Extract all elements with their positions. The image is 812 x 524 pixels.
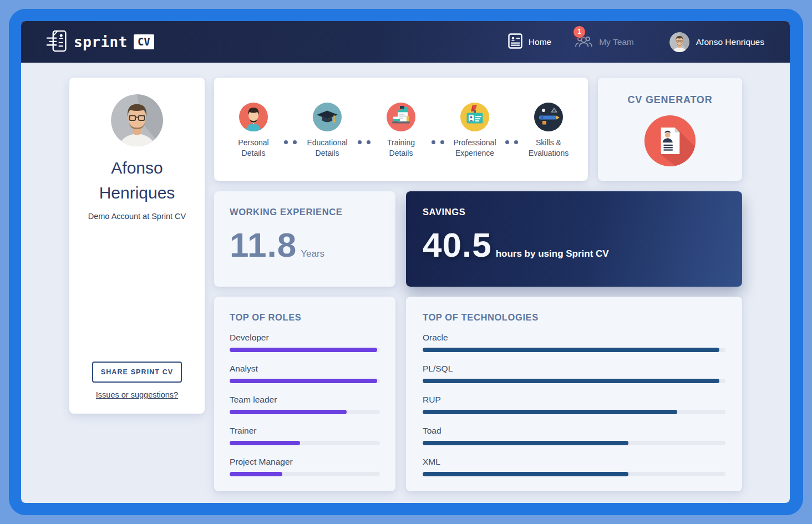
progress-track xyxy=(230,472,380,476)
progress-fill xyxy=(230,379,377,383)
roles-bar-list: Developer Analyst Team leader Trainer Pr… xyxy=(230,333,380,476)
top-navbar: sprint CV Home 1 xyxy=(21,21,790,63)
progress-track xyxy=(423,348,725,352)
progress-fill xyxy=(423,472,628,476)
share-sprint-cv-button[interactable]: SHARE SPRINT CV xyxy=(92,362,182,383)
stepper-dots xyxy=(281,140,300,144)
profile-name: Afonso Henriques xyxy=(99,155,175,205)
stepper-dots xyxy=(355,140,373,144)
savings-value: 40.5 xyxy=(423,225,492,264)
brand-name: sprint xyxy=(74,34,128,50)
role-bar-row: Team leader xyxy=(230,395,380,414)
cv-sections-stepper-card: Personal Details Educational xyxy=(214,78,588,181)
step-label: Educational Details xyxy=(307,138,347,159)
working-experience-card: WORKING EXPERIENCE 11.8 Years xyxy=(214,191,395,287)
cv-document-icon xyxy=(508,33,522,51)
role-bar-row: Analyst xyxy=(230,364,380,383)
savings-card: SAVINGS 40.5 hours by using Sprint CV xyxy=(406,191,742,287)
profile-card: Afonso Henriques Demo Account at Sprint … xyxy=(69,78,205,414)
profile-subtitle: Demo Account at Sprint CV xyxy=(88,212,186,221)
progress-fill xyxy=(230,441,300,445)
progress-track xyxy=(230,348,380,352)
cv-generator-card: CV GENERATOR xyxy=(598,78,742,181)
savings-unit: hours by using Sprint CV xyxy=(496,248,609,260)
nav-home[interactable]: Home xyxy=(508,33,551,51)
graduation-cap-icon xyxy=(313,103,342,131)
nav-my-team[interactable]: 1 My Team xyxy=(575,34,634,50)
progress-track xyxy=(423,472,725,476)
technology-bar-row: RUP xyxy=(423,395,725,414)
cv-generator-icon[interactable] xyxy=(643,114,697,167)
working-experience-title: WORKING EXPERIENCE xyxy=(230,207,380,217)
technology-bar-row: Toad xyxy=(423,426,725,445)
profile-photo xyxy=(111,94,163,146)
step-educational-details[interactable]: Educational Details xyxy=(300,103,355,159)
step-training-details[interactable]: Training Details xyxy=(373,103,429,159)
savings-title: SAVINGS xyxy=(423,207,725,217)
nav-home-label: Home xyxy=(529,37,551,47)
avatar xyxy=(669,32,689,52)
progress-track xyxy=(423,441,725,445)
step-personal-details[interactable]: Personal Details xyxy=(226,103,281,159)
laptop-books-icon xyxy=(387,103,415,131)
profile-name-line1: Afonso xyxy=(99,155,175,180)
nav-user[interactable]: Afonso Henriques xyxy=(669,32,764,52)
id-badge-icon xyxy=(460,103,489,131)
step-label: Skills & Evaluations xyxy=(529,138,569,159)
stepper-dots xyxy=(503,140,521,144)
progress-track xyxy=(230,410,380,414)
top-of-roles-card: TOP OF ROLES Developer Analyst Team lead… xyxy=(214,297,395,491)
pencil-shapes-icon xyxy=(534,103,563,131)
progress-fill xyxy=(423,348,719,352)
technologies-bar-list: Oracle PL/SQL RUP Toad XML xyxy=(423,333,725,476)
app-window: sprint CV Home 1 xyxy=(21,21,790,503)
stepper-dots xyxy=(429,140,447,144)
working-experience-unit: Years xyxy=(301,248,324,260)
sprint-cv-logo-icon xyxy=(47,29,68,55)
dashboard: Afonso Henriques Demo Account at Sprint … xyxy=(21,63,790,503)
issues-suggestions-link[interactable]: Issues or suggestions? xyxy=(96,390,178,399)
step-skills-evaluations[interactable]: Skills & Evaluations xyxy=(521,103,576,159)
technology-bar-row: PL/SQL xyxy=(423,364,725,383)
step-label: Professional Experience xyxy=(453,138,496,159)
top-of-technologies-card: TOP OF TECHNOLOGIES Oracle PL/SQL RUP To… xyxy=(406,297,742,491)
role-bar-row: Trainer xyxy=(230,426,380,445)
working-experience-value: 11.8 xyxy=(230,225,297,264)
progress-track xyxy=(423,379,725,383)
technology-bar-row: Oracle xyxy=(423,333,725,352)
person-icon xyxy=(239,103,268,131)
progress-fill xyxy=(423,410,677,414)
technology-bar-row: XML xyxy=(423,457,725,476)
progress-fill xyxy=(230,472,282,476)
profile-name-line2: Henriques xyxy=(99,180,175,205)
navbar-menu: Home 1 My Team xyxy=(508,32,764,52)
progress-track xyxy=(230,441,380,445)
role-bar-row: Project Manager xyxy=(230,457,380,476)
notification-badge[interactable]: 1 xyxy=(574,26,585,38)
progress-fill xyxy=(230,410,347,414)
cv-generator-title: CV GENERATOR xyxy=(628,94,713,106)
brand-logo[interactable]: sprint CV xyxy=(47,29,154,55)
nav-user-name: Afonso Henriques xyxy=(696,37,764,47)
top-of-roles-title: TOP OF ROLES xyxy=(230,312,380,323)
top-of-technologies-title: TOP OF TECHNOLOGIES xyxy=(423,312,725,323)
step-label: Training Details xyxy=(387,138,415,159)
progress-fill xyxy=(230,348,377,352)
role-bar-row: Developer xyxy=(230,333,380,352)
progress-fill xyxy=(423,441,628,445)
progress-track xyxy=(230,379,380,383)
step-professional-experience[interactable]: Professional Experience xyxy=(447,103,503,159)
progress-track xyxy=(423,410,725,414)
step-label: Personal Details xyxy=(238,138,268,159)
nav-my-team-label: My Team xyxy=(599,37,634,47)
brand-cv-badge: CV xyxy=(134,34,154,49)
progress-fill xyxy=(423,379,719,383)
